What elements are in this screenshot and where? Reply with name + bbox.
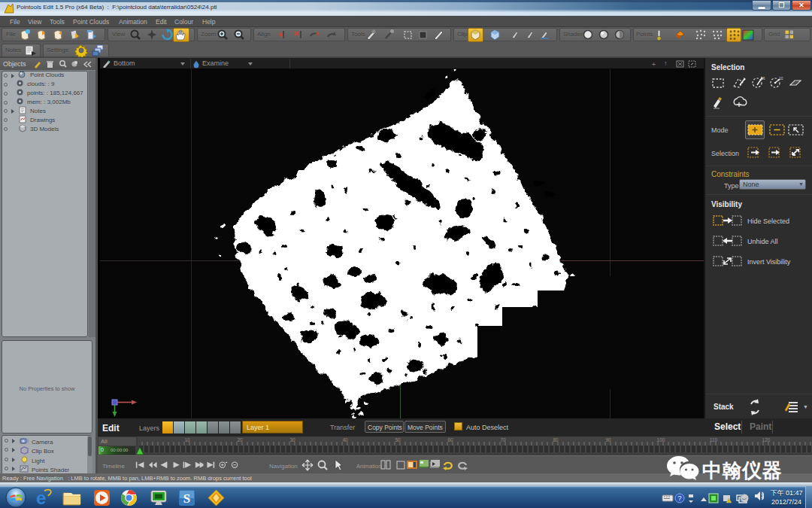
svg-text:10: 10 — [779, 76, 783, 81]
svg-text:S: S — [183, 491, 190, 506]
svg-text:36: 36 — [761, 76, 765, 81]
svg-text:!: ! — [729, 499, 729, 503]
svg-text:?: ? — [677, 494, 681, 502]
